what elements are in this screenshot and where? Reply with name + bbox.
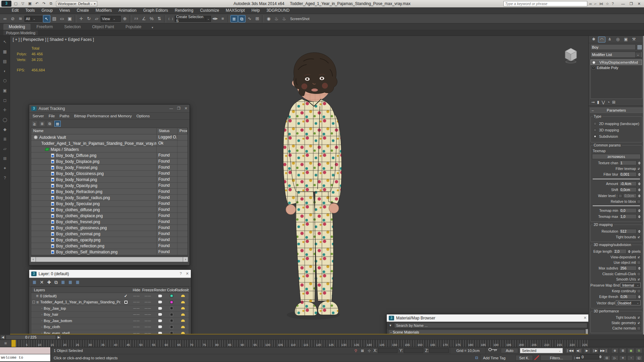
gem-tool-icon[interactable]: ◆ — [2, 126, 8, 133]
scene-explorer-icon[interactable]: ⧉ — [238, 15, 246, 22]
selection-filter-dropdown[interactable]: All⌄ — [24, 16, 43, 22]
edit-named-selection-icon[interactable]: {﹒} — [167, 15, 174, 22]
modifier-list-dropdown[interactable]: Modifier List ⌄ — [590, 52, 642, 58]
previous-frame-icon[interactable]: ◀ — [0, 335, 5, 340]
named-selection-sets-dropdown[interactable]: Create Selection S⌄ — [175, 16, 211, 22]
circle-tool-icon[interactable]: ◯ — [2, 116, 8, 123]
tab-populate[interactable]: Populate — [120, 24, 147, 30]
close-icon[interactable]: ✕ — [584, 316, 587, 320]
help-icon[interactable]: ? — [612, 2, 614, 6]
current-frame-field[interactable]: 0 — [580, 354, 599, 359]
texmap-min-spinner[interactable] — [638, 208, 641, 213]
nav-icon-1[interactable]: ⊞ — [619, 348, 627, 353]
perspective-viewport[interactable]: [ + ] [ Perspective ] [ Shaded + Edged F… — [10, 36, 588, 335]
select-objects-in-layer-icon[interactable]: ⧉ — [54, 279, 58, 286]
panel-icon[interactable]: ▤ — [2, 58, 8, 65]
percent-snap-icon[interactable]: % — [148, 15, 155, 22]
list-item[interactable]: ≣0 (default)✓———— — [31, 293, 189, 299]
select-object-icon[interactable]: ↖ — [43, 15, 50, 22]
object-color-swatch[interactable] — [637, 45, 642, 50]
screenshot-button[interactable]: ScreenShot — [288, 17, 311, 21]
minimize-button[interactable]: — — [621, 2, 625, 6]
table-row[interactable]: Boy_body_Diffuse.pngFound — [31, 153, 187, 159]
layer-state-cell[interactable]: ✓ — [120, 294, 131, 298]
texmap-button[interactable]: 2070298201 (Boy_body_Displace.png) — [592, 154, 641, 159]
radio-2d-mapping[interactable]: 2D mapping (landscape) — [593, 122, 639, 126]
freeze-toggle[interactable]: —— — [142, 313, 154, 316]
menu-help[interactable]: Help — [249, 7, 263, 14]
table-row[interactable]: Toddler_Aged_1_Year_in_Pajamas_Standing_… — [31, 140, 187, 146]
select-and-scale-icon[interactable]: ▱ — [93, 15, 100, 22]
nav2-icon-3[interactable]: ◔ — [627, 355, 635, 361]
shape-tool-icon[interactable]: ▱ — [2, 145, 8, 152]
select-and-rotate-icon[interactable]: ↻ — [85, 15, 93, 22]
selection-lock-pin-icon[interactable]: ⚲ — [353, 347, 359, 354]
playback-icon-2[interactable]: ▶ — [583, 348, 591, 353]
create-tab-icon[interactable]: ✱ — [590, 37, 597, 43]
hide-toggle[interactable]: —— — [131, 325, 142, 328]
table-row[interactable]: Boy_body_Displace.pngFound — [31, 159, 187, 165]
freeze-toggle[interactable]: —— — [142, 294, 154, 298]
freeze-toggle[interactable]: —— — [142, 307, 154, 310]
lock-icon[interactable]: ⊠ — [359, 347, 366, 354]
table-row[interactable]: Boy_body_Scatter_radius.pngFound — [31, 195, 187, 201]
ribbon-minimize-icon[interactable]: ▾ — [148, 25, 158, 30]
hide-toggle[interactable]: —— — [131, 313, 142, 316]
shift-spinner[interactable] — [638, 187, 641, 192]
vault-status-icon[interactable]: ≧ — [31, 121, 38, 127]
utilities-tab-icon[interactable]: ⚒ — [630, 37, 638, 43]
table-row[interactable]: Boy_clothes_glossiness.pngFound — [31, 225, 187, 231]
layer-state-cell[interactable] — [120, 301, 131, 304]
preserve-map-bnd-dropdown[interactable]: Internal⌄ — [621, 283, 641, 288]
asset-menu-paths[interactable]: Paths — [57, 114, 71, 118]
stack-tool-icon-2[interactable]: ⋁ — [602, 100, 605, 105]
amount-spinner[interactable] — [638, 181, 641, 186]
trackbar-options-icon[interactable]: ⊞ — [0, 340, 11, 347]
render-toggle[interactable] — [154, 325, 166, 328]
table-row[interactable]: Boy_body_Specular.pngFound — [31, 201, 187, 207]
menu-modifiers[interactable]: Modifiers — [93, 7, 115, 14]
mirror-icon[interactable]: ◀▮▶ — [211, 15, 219, 22]
bind-to-space-warp-icon[interactable]: ≋ — [17, 15, 24, 22]
nav-icon-2[interactable]: ▣ — [627, 348, 635, 353]
stack-tool-icon-4[interactable]: ⊞ — [612, 100, 615, 105]
window-crossing-icon[interactable]: ▣ — [66, 15, 73, 22]
list-item[interactable]: ◦Boy_hair———— — [31, 312, 189, 318]
poly-tool-icon[interactable]: ⬡ — [2, 77, 8, 84]
list-view-icon[interactable]: ≣ — [39, 121, 45, 127]
infocenter-search-input[interactable]: Type a keyword or phrase — [503, 1, 587, 6]
scroll-left-icon[interactable]: ‹ — [31, 257, 36, 262]
water-level-field[interactable]: 0,0cm — [623, 193, 637, 198]
texture-chan-spinner[interactable] — [638, 161, 641, 165]
modify-tab-icon[interactable]: ◠ — [598, 37, 605, 43]
freeze-toggle[interactable]: —— — [142, 325, 154, 328]
edge-thresh-field[interactable]: 0,05 — [619, 294, 637, 299]
rectangular-selection-icon[interactable]: ▭ — [58, 15, 66, 22]
radiosity-toggle[interactable] — [177, 332, 189, 334]
edge-thresh-spinner[interactable] — [638, 294, 641, 299]
open-file-icon[interactable]: ▽ — [20, 1, 26, 6]
asset-menu-server[interactable]: Server — [31, 114, 46, 118]
filter-blur-spinner[interactable] — [638, 172, 641, 177]
search-icon[interactable]: ∞ — [589, 2, 592, 6]
reference-coordinate-dropdown[interactable]: View⌄ — [101, 16, 121, 22]
view-dependent-checkbox[interactable]: ✓ — [637, 255, 641, 259]
hide-toggle[interactable]: —— — [131, 331, 142, 335]
edge-length-spinner[interactable] — [628, 249, 631, 254]
keep-continuity-checkbox[interactable] — [637, 289, 641, 293]
layer-color-swatch[interactable] — [166, 325, 177, 328]
material-editor-icon[interactable]: ◉ — [265, 15, 272, 22]
table-row[interactable]: Boy_clothes_normal.pngFound — [31, 231, 187, 237]
hide-toggle[interactable]: —— — [131, 300, 142, 304]
z-coordinate-field[interactable] — [429, 348, 449, 353]
asset-tracking-header[interactable]: Name Status Proxy — [31, 128, 187, 134]
render-setup-icon[interactable]: ♨ — [273, 15, 280, 22]
catmull-clark-checkbox[interactable] — [637, 272, 641, 276]
x-coordinate-field[interactable] — [378, 348, 397, 353]
add-to-layer-icon[interactable]: ✚ — [47, 279, 51, 286]
track-bar[interactable]: ⊞ 05101520253035404550556065707580859095… — [0, 340, 644, 347]
material-search-input[interactable]: Search by Name ... — [394, 323, 587, 328]
table-row[interactable]: Boy_clothes_opacity.pngFound — [31, 237, 187, 243]
communication-icon[interactable]: ⋈ — [599, 2, 603, 6]
resolution-spinner[interactable] — [638, 229, 641, 234]
